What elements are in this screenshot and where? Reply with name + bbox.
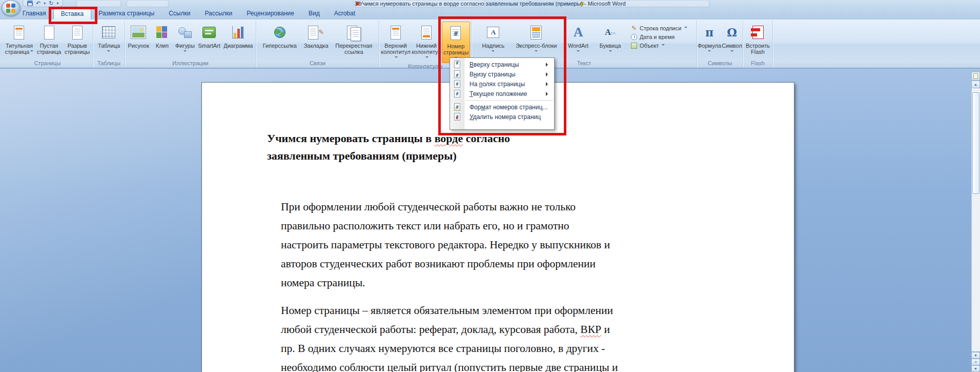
wordart-icon: A <box>574 25 583 40</box>
page-break-icon <box>72 26 83 40</box>
dropdown-arrow-icon <box>30 50 33 53</box>
quick-access-toolbar: ↶ ▾ ↻ ▾ <box>23 0 63 7</box>
next-page-button[interactable]: ▼ <box>971 365 980 372</box>
undo-dropdown-icon[interactable]: ▾ <box>44 1 46 6</box>
clipart-icon <box>156 26 168 38</box>
dropcap-icon: A≡≡ <box>605 28 616 37</box>
flash-icon <box>752 26 764 39</box>
group-label: Связи <box>257 60 378 68</box>
tab-view[interactable]: Вид <box>301 7 327 19</box>
annotation-box-insert-tab <box>49 7 97 24</box>
cover-page-button[interactable]: Титульная страница <box>4 22 35 56</box>
dropdown-arrow-icon <box>425 56 428 60</box>
footer-icon <box>421 26 432 40</box>
dropdown-arrow-icon <box>577 50 580 53</box>
group-pages: Титульная страница Пустая страница Разры… <box>2 21 93 68</box>
blank-page-icon <box>44 26 54 40</box>
group-flash: Встроить Flash Flash <box>743 21 773 68</box>
dropdown-arrow-icon <box>183 50 187 53</box>
table-button[interactable]: Таблица <box>96 22 121 54</box>
cover-page-icon <box>14 26 24 40</box>
cross-reference-button[interactable]: Перекрестная ссылка <box>334 22 374 56</box>
ruler-icon <box>973 73 978 79</box>
qat-customize-icon[interactable]: ▾ <box>56 1 58 6</box>
object-icon <box>630 42 638 49</box>
hyperlink-button[interactable]: Гиперссылка <box>261 22 298 50</box>
scroll-down-button[interactable]: ▼ <box>971 352 980 359</box>
signature-line-button[interactable]: ✎ Строка подписи <box>630 25 687 32</box>
cross-reference-icon <box>347 26 360 39</box>
equation-button[interactable]: π Формула <box>698 22 721 54</box>
smartart-button[interactable]: SmartArt <box>196 22 221 50</box>
previous-page-button[interactable]: ≡ <box>971 359 980 365</box>
group-label: Символы <box>698 60 742 68</box>
signature-icon: ✎ <box>630 25 638 32</box>
window-title: 3 Учимся нумеровать страницы в ворде сог… <box>0 1 980 7</box>
dropdown-arrow-icon <box>609 50 612 53</box>
tab-references[interactable]: Ссылки <box>161 7 197 19</box>
dropdown-arrow-icon <box>730 50 733 53</box>
dropdown-arrow-icon <box>684 27 687 30</box>
group-illustrations: Рисунок Клип Фигуры SmartArt Диаграмма И… <box>125 21 256 68</box>
pi-icon: π <box>705 26 713 39</box>
wordart-button[interactable]: A WordArt <box>566 22 590 54</box>
tab-home[interactable]: Главная <box>15 7 53 19</box>
group-label: Иллюстрации <box>126 60 255 68</box>
vertical-scrollbar: ▲ ▼ ≡ ▼ <box>971 72 980 372</box>
shapes-button[interactable]: Фигуры <box>174 22 196 54</box>
clipart-button[interactable]: Клип <box>151 22 173 50</box>
group-label: Таблицы <box>94 60 124 68</box>
smartart-icon <box>202 27 216 38</box>
redo-icon[interactable]: ↻ <box>49 1 53 6</box>
annotation-box-page-number <box>438 16 566 135</box>
dropdown-arrow-icon <box>395 56 398 60</box>
footer-button[interactable]: Нижний колонтитул <box>411 22 442 62</box>
group-tables: Таблица Таблицы <box>93 21 125 68</box>
scrollbar-track[interactable] <box>971 88 980 351</box>
table-icon <box>102 26 115 38</box>
globe-icon <box>274 27 285 38</box>
bookmark-button[interactable]: ✎ Закладка <box>302 22 330 50</box>
misspelled-word: ВКР <box>580 323 601 336</box>
header-button[interactable]: Верхний колонтитул <box>380 22 411 62</box>
undo-icon[interactable]: ↶ <box>36 1 40 6</box>
tab-mailings[interactable]: Рассылки <box>197 7 239 19</box>
object-button[interactable]: Объект <box>630 42 687 49</box>
shapes-icon <box>178 26 192 38</box>
tab-review[interactable]: Рецензирование <box>239 7 301 19</box>
office-logo-icon <box>6 4 10 8</box>
page-break-button[interactable]: Разрыв страницы <box>63 22 91 56</box>
save-icon[interactable] <box>27 1 33 6</box>
office-button[interactable] <box>2 0 21 16</box>
chart-icon <box>232 26 244 38</box>
document-paragraph[interactable]: Номер страницы – является обязательным э… <box>281 301 619 372</box>
bookmark-icon <box>308 26 318 40</box>
clock-icon <box>630 33 638 41</box>
group-label: Flash <box>744 60 771 68</box>
chart-button[interactable]: Диаграмма <box>222 22 254 50</box>
dropdown-arrow-icon <box>662 44 665 47</box>
document-paragraph[interactable]: При оформлении любой студенческой работы… <box>281 198 619 292</box>
pencil-icon: ✎ <box>318 29 324 35</box>
group-label: Страницы <box>3 60 92 68</box>
tab-page-layout[interactable]: Разметка страницы <box>91 7 161 19</box>
embed-flash-button[interactable]: Встроить Flash <box>744 22 771 56</box>
symbol-button[interactable]: Ω Символ <box>721 22 743 54</box>
omega-icon: Ω <box>727 26 737 39</box>
blank-page-button[interactable]: Пустая страница <box>35 22 63 56</box>
dropdown-arrow-icon <box>708 50 711 53</box>
scroll-up-button[interactable]: ▲ <box>971 81 980 88</box>
dropdown-arrow-icon <box>107 50 110 53</box>
ruler-toggle-button[interactable] <box>971 72 980 81</box>
group-symbols: π Формула Ω Символ Символы <box>697 21 743 68</box>
picture-button[interactable]: Рисунок <box>126 22 151 50</box>
group-links: Гиперссылка ✎ Закладка Перекрестная ссыл… <box>256 21 379 68</box>
picture-icon <box>131 26 146 38</box>
header-icon <box>391 26 401 40</box>
date-time-button[interactable]: Дата и время <box>630 33 687 41</box>
dropcap-button[interactable]: A≡≡ Буквица <box>598 22 623 54</box>
scrollbar-thumb[interactable] <box>972 92 979 194</box>
tab-acrobat[interactable]: Acrobat <box>327 7 362 19</box>
